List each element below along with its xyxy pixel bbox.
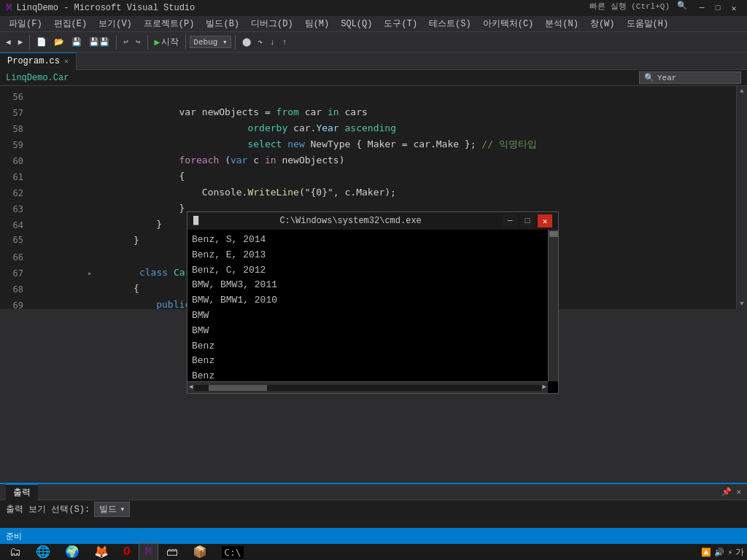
- search-box[interactable]: 🔍 Year: [639, 71, 741, 84]
- output-panel-tabs: 출력: [6, 484, 38, 500]
- taskbar-power-icon[interactable]: ⚡: [727, 548, 732, 557]
- opera-icon: O: [123, 545, 131, 559]
- cmd-window: █ C:\Windows\system32\cmd.exe ─ □ ✕ Benz…: [187, 211, 559, 394]
- explorer-icon: 🗂: [9, 545, 21, 559]
- toolbar-sep3: [147, 35, 148, 50]
- taskbar-item-explorer[interactable]: 🗂: [3, 543, 28, 561]
- toolbar-undo[interactable]: ↩: [120, 36, 131, 48]
- toolbar-new[interactable]: 📄: [34, 36, 50, 48]
- cmd-taskbar-icon: C:\: [222, 546, 243, 559]
- toolbar-sep4: [185, 35, 186, 50]
- menu-tools[interactable]: 도구(T): [378, 16, 423, 31]
- menu-build[interactable]: 빌드(B): [200, 16, 245, 31]
- breadcrumb-path: LinqDemo.Car: [6, 73, 69, 83]
- cmd-hscrollbar[interactable]: ◀ ▶: [187, 381, 548, 393]
- cmd-output-line-3: Benz, C, 2012: [192, 263, 554, 279]
- maximize-button[interactable]: □: [711, 1, 725, 15]
- output-close-button[interactable]: ✕: [736, 487, 741, 497]
- menu-edit[interactable]: 편집(E): [48, 16, 93, 31]
- output-view-label: 출력 보기 선택(S):: [6, 503, 90, 516]
- output-source-value: 빌드: [99, 503, 117, 516]
- cmd-scrollbar[interactable]: [548, 230, 558, 381]
- output-tab-label: 출력: [13, 486, 31, 499]
- taskbar-item-firefox[interactable]: 🦊: [88, 542, 115, 560]
- taskbar-volume-icon[interactable]: 🔊: [714, 548, 724, 557]
- toolbar-save-all[interactable]: 💾💾: [86, 36, 112, 48]
- cmd-output-line-1: Benz, S, 2014: [192, 233, 554, 248]
- tab-program-cs[interactable]: Program.cs ✕: [0, 52, 77, 70]
- play-icon: ▶: [155, 36, 160, 48]
- hscroll-left-button[interactable]: ◀: [187, 382, 194, 392]
- menu-bar: 파일(F) 편집(E) 보기(V) 프로젝트(P) 빌드(B) 디버그(D) 팀…: [0, 16, 747, 32]
- hscroll-track: [194, 385, 541, 391]
- taskbar-item-opera[interactable]: O: [117, 543, 137, 560]
- cmd-maximize-button[interactable]: □: [520, 214, 535, 228]
- toolbar-back[interactable]: ◀: [3, 36, 14, 48]
- cmd-minimize-button[interactable]: ─: [503, 214, 517, 228]
- menu-team[interactable]: 팀(M): [299, 16, 336, 31]
- cmd-output-line-5: BMW, BMW1, 2010: [192, 293, 554, 308]
- title-right: 빠른 실행 (Ctrl+Q) 🔍 ─ □ ✕: [589, 1, 741, 15]
- toolbar-breakpoint[interactable]: ⬤: [239, 36, 254, 48]
- taskbar-item-tool2[interactable]: 🗃: [160, 543, 185, 561]
- taskbar-item-ie[interactable]: 🌐: [29, 542, 57, 560]
- menu-sql[interactable]: SQL(Q): [335, 18, 378, 31]
- menu-debug[interactable]: 디버그(D): [245, 16, 299, 31]
- chevron-down-icon: ▾: [222, 38, 228, 47]
- ie-icon: 🌐: [36, 545, 50, 559]
- scroll-up-button[interactable]: ▲: [738, 86, 745, 96]
- taskbar-item-chrome[interactable]: 🌍: [58, 542, 86, 560]
- firefox-icon: 🦊: [94, 545, 109, 559]
- tab-close-button[interactable]: ✕: [64, 57, 69, 66]
- hscroll-thumb: [209, 385, 267, 391]
- menu-analyze[interactable]: 분석(N): [539, 16, 584, 31]
- menu-file[interactable]: 파일(F): [3, 16, 48, 31]
- taskbar-item-cmd[interactable]: C:\: [215, 544, 249, 561]
- vs-icon: M: [6, 2, 12, 14]
- toolbar-forward[interactable]: ▶: [15, 36, 26, 48]
- output-body: 출력 보기 선택(S): 빌드 ▾: [0, 500, 747, 518]
- editor-scrollbar[interactable]: ▲ ▼: [736, 86, 747, 309]
- toolbar-step-out[interactable]: ↑: [279, 36, 290, 48]
- chevron-down-icon: ▾: [120, 504, 125, 515]
- cmd-output-line-2: Benz, E, 2013: [192, 248, 554, 263]
- toolbar-save[interactable]: 💾: [69, 36, 85, 48]
- taskbar-expand-icon[interactable]: 🔼: [701, 548, 711, 557]
- hscroll-right-button[interactable]: ▶: [541, 382, 548, 392]
- output-source-dropdown[interactable]: 빌드 ▾: [94, 502, 130, 517]
- taskbar-item-vs[interactable]: M: [139, 543, 159, 560]
- tab-bar: Program.cs ✕: [0, 52, 747, 70]
- close-button[interactable]: ✕: [727, 1, 741, 15]
- taskbar-item-tool3[interactable]: 📦: [186, 542, 214, 560]
- toolbar-open[interactable]: 📂: [51, 36, 67, 48]
- cmd-output-line-8: Benz: [192, 339, 554, 354]
- menu-architecture[interactable]: 아키텍처(C): [477, 16, 540, 31]
- toolbar-step-into[interactable]: ↓: [267, 36, 278, 48]
- toolbar-play[interactable]: ▶ 시작: [152, 34, 182, 50]
- toolbar-step-over[interactable]: ↷: [255, 36, 266, 48]
- menu-help[interactable]: 도움말(H): [621, 16, 675, 31]
- toolbar-redo[interactable]: ↪: [133, 36, 144, 48]
- menu-project[interactable]: 프로젝트(P): [138, 16, 201, 31]
- taskbar-lang-icon[interactable]: 가: [735, 546, 744, 559]
- toolbar-sep1: [29, 35, 30, 50]
- cmd-icon: █: [193, 216, 198, 226]
- debug-config-dropdown[interactable]: Debug ▾: [190, 36, 231, 48]
- output-pin-button[interactable]: 📌: [721, 487, 732, 497]
- minimize-button[interactable]: ─: [694, 1, 709, 15]
- cmd-output-line-7: BMW: [192, 324, 554, 339]
- menu-test[interactable]: 테스트(S): [423, 16, 477, 31]
- output-tab[interactable]: 출력: [6, 484, 38, 500]
- toolbar-sep5: [235, 35, 236, 50]
- tab-filename: Program.cs: [7, 56, 60, 66]
- code-line-62: 62 }: [0, 185, 736, 201]
- menu-window[interactable]: 창(W): [584, 16, 621, 31]
- scroll-down-button[interactable]: ▼: [738, 299, 745, 309]
- taskbar-left: 🗂 🌐 🌍 🦊 O M 🗃 📦 C:\: [3, 542, 250, 560]
- menu-view[interactable]: 보기(V): [93, 16, 138, 31]
- cmd-close-button[interactable]: ✕: [538, 214, 552, 228]
- search-value: Year: [657, 74, 676, 82]
- code-line-61: 61 Console.WriteLine("{0}", c.Maker);: [0, 169, 736, 185]
- search-icon[interactable]: 🔍: [677, 1, 687, 15]
- window-title: LinqDemo - Microsoft Visual Studio: [16, 3, 195, 13]
